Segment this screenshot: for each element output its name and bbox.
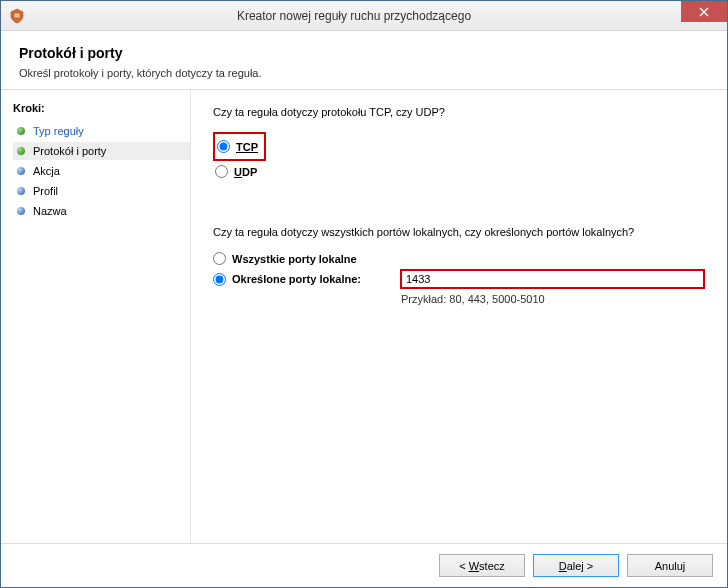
step-protocol-ports[interactable]: Protokół i porty	[13, 142, 190, 160]
radio-specific-ports-row[interactable]: Określone porty lokalne:	[213, 269, 705, 289]
back-button[interactable]: < Wstecz	[439, 554, 525, 577]
close-button[interactable]	[681, 1, 727, 22]
bullet-icon	[17, 207, 25, 215]
window-title: Kreator nowej reguły ruchu przychodząceg…	[31, 9, 727, 23]
step-label: Nazwa	[33, 205, 67, 217]
bullet-icon	[17, 187, 25, 195]
radio-all-ports[interactable]	[213, 252, 226, 265]
radio-all-ports-row[interactable]: Wszystkie porty lokalne	[213, 252, 705, 265]
step-name[interactable]: Nazwa	[13, 202, 190, 220]
page-header: Protokół i porty Określ protokoły i port…	[1, 31, 727, 90]
next-button[interactable]: Dalej >	[533, 554, 619, 577]
step-label: Profil	[33, 185, 58, 197]
protocol-question: Czy ta reguła dotyczy protokołu TCP, czy…	[213, 106, 705, 118]
radio-specific-ports-label: Określone porty lokalne:	[232, 273, 400, 285]
step-label: Akcja	[33, 165, 60, 177]
radio-specific-ports[interactable]	[213, 273, 226, 286]
tcp-highlight: TCP	[213, 132, 266, 161]
ports-input[interactable]	[400, 269, 705, 289]
svg-rect-0	[14, 13, 20, 18]
page-title: Protokół i porty	[19, 45, 709, 61]
radio-udp[interactable]	[215, 165, 228, 178]
titlebar: Kreator nowej reguły ruchu przychodząceg…	[1, 1, 727, 31]
radio-udp-row[interactable]: UDP	[215, 165, 705, 178]
step-profile[interactable]: Profil	[13, 182, 190, 200]
step-label: Typ reguły	[33, 125, 84, 137]
radio-udp-label: UDP	[234, 166, 257, 178]
cancel-button[interactable]: Anuluj	[627, 554, 713, 577]
radio-tcp[interactable]	[217, 140, 230, 153]
body: Kroki: Typ reguły Protokół i porty Akcja…	[1, 90, 727, 543]
step-action[interactable]: Akcja	[13, 162, 190, 180]
steps-sidebar: Kroki: Typ reguły Protokół i porty Akcja…	[1, 90, 191, 543]
ports-question: Czy ta reguła dotyczy wszystkich portów …	[213, 226, 705, 238]
bullet-icon	[17, 167, 25, 175]
step-label: Protokół i porty	[33, 145, 106, 157]
ports-example: Przykład: 80, 443, 5000-5010	[401, 293, 705, 305]
footer: < Wstecz Dalej > Anuluj	[1, 543, 727, 587]
steps-heading: Kroki:	[13, 102, 190, 114]
main-panel: Czy ta reguła dotyczy protokołu TCP, czy…	[191, 90, 727, 543]
page-subtitle: Określ protokoły i porty, których dotycz…	[19, 67, 709, 79]
radio-all-ports-label: Wszystkie porty lokalne	[232, 253, 400, 265]
wizard-window: Kreator nowej reguły ruchu przychodząceg…	[0, 0, 728, 588]
radio-tcp-row[interactable]: TCP	[217, 140, 258, 153]
step-rule-type[interactable]: Typ reguły	[13, 122, 190, 140]
close-icon	[699, 7, 709, 17]
app-icon	[9, 8, 25, 24]
bullet-icon	[17, 147, 25, 155]
bullet-icon	[17, 127, 25, 135]
radio-tcp-label: TCP	[236, 141, 258, 153]
